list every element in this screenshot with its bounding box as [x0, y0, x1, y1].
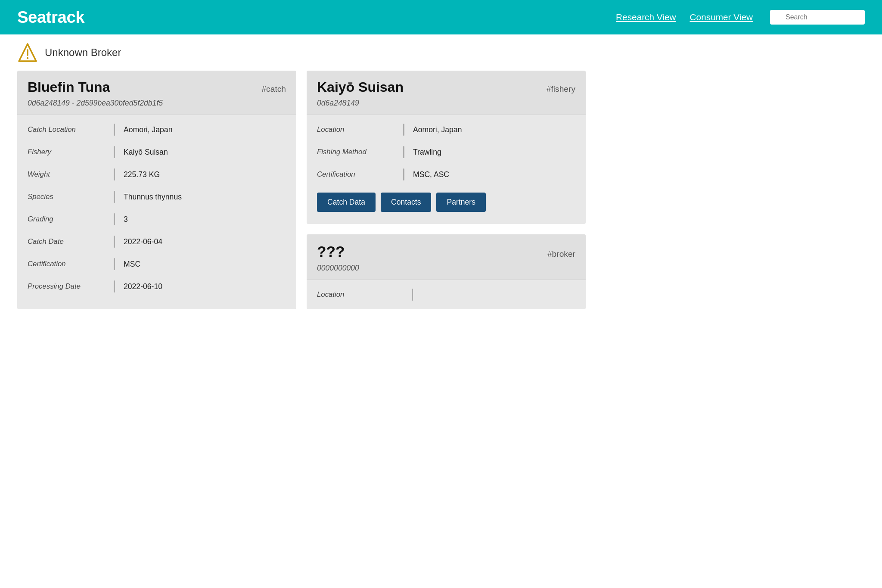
broker-card-header: ??? #broker 0000000000: [307, 234, 586, 280]
fishery-card-title: Kaiyō Suisan: [317, 79, 404, 95]
table-row: Location Aomori, Japan: [307, 118, 586, 141]
species-value: Thunnus thynnus: [124, 191, 286, 203]
row-divider: [114, 280, 115, 292]
catch-card: Bluefin Tuna #catch 0d6a248149 - 2d599be…: [17, 71, 296, 309]
row-divider: [403, 124, 404, 136]
table-row: Grading 3: [17, 208, 296, 230]
fishery-card-id: 0d6a248149: [317, 99, 575, 108]
fishing-method-value: Trawling: [413, 146, 575, 158]
processing-date-value: 2022-06-10: [124, 280, 286, 292]
table-row: Fishery Kaiyō Suisan: [17, 141, 296, 163]
header: Seatrack Research View Consumer View: [0, 0, 882, 34]
broker-location-label: Location: [317, 289, 403, 301]
row-divider: [114, 258, 115, 270]
location-label: Location: [317, 124, 394, 136]
fishery-value: Kaiyō Suisan: [124, 146, 286, 158]
fishery-card-header: Kaiyō Suisan #fishery 0d6a248149: [307, 71, 586, 115]
table-row: Catch Location Aomori, Japan: [17, 118, 296, 141]
fishery-card-buttons: Catch Data Contacts Partners: [307, 186, 586, 221]
contacts-button[interactable]: Contacts: [381, 193, 431, 212]
row-divider: [114, 236, 115, 248]
certification-value: MSC: [124, 258, 286, 270]
row-divider: [412, 289, 413, 301]
search-wrapper: [770, 10, 865, 25]
fishery-card-body: Location Aomori, Japan Fishing Method Tr…: [307, 115, 586, 224]
broker-card-id: 0000000000: [317, 264, 575, 273]
main-nav: Research View Consumer View: [616, 12, 753, 22]
broker-card-title: ???: [317, 243, 345, 260]
table-row: Certification MSC, ASC: [307, 163, 586, 186]
row-divider: [114, 168, 115, 180]
grading-value: 3: [124, 213, 286, 225]
weight-label: Weight: [28, 168, 105, 180]
search-input[interactable]: [770, 10, 865, 25]
location-value: Aomori, Japan: [413, 124, 575, 136]
catch-date-value: 2022-06-04: [124, 236, 286, 248]
broker-card-tag: #broker: [547, 249, 575, 259]
fishery-label: Fishery: [28, 146, 105, 158]
grading-label: Grading: [28, 213, 105, 225]
warning-icon: [17, 42, 38, 63]
fishery-card: Kaiyō Suisan #fishery 0d6a248149 Locatio…: [307, 71, 586, 224]
table-row: Location: [307, 283, 586, 306]
svg-point-4: [27, 57, 28, 59]
row-divider: [403, 146, 404, 158]
weight-value: 225.73 KG: [124, 168, 286, 180]
warning-text: Unknown Broker: [45, 47, 121, 59]
catch-card-header: Bluefin Tuna #catch 0d6a248149 - 2d599be…: [17, 71, 296, 115]
partners-button[interactable]: Partners: [436, 193, 486, 212]
right-column: Kaiyō Suisan #fishery 0d6a248149 Locatio…: [307, 71, 586, 309]
main-content: Bluefin Tuna #catch 0d6a248149 - 2d599be…: [0, 71, 603, 327]
broker-card: ??? #broker 0000000000 Location: [307, 234, 586, 309]
app-logo: Seatrack: [17, 8, 599, 27]
catch-data-button[interactable]: Catch Data: [317, 193, 376, 212]
consumer-view-link[interactable]: Consumer View: [690, 12, 753, 22]
fishing-method-label: Fishing Method: [317, 146, 394, 158]
broker-card-body: Location: [307, 280, 586, 309]
species-label: Species: [28, 191, 105, 203]
row-divider: [114, 124, 115, 136]
row-divider: [114, 146, 115, 158]
table-row: Certification MSC: [17, 253, 296, 275]
table-row: Weight 225.73 KG: [17, 163, 296, 186]
fishery-card-tag: #fishery: [547, 84, 575, 94]
row-divider: [114, 213, 115, 225]
research-view-link[interactable]: Research View: [616, 12, 676, 22]
warning-bar: Unknown Broker: [0, 34, 882, 71]
table-row: Species Thunnus thynnus: [17, 186, 296, 208]
fishery-certification-label: Certification: [317, 168, 394, 180]
row-divider: [114, 191, 115, 203]
catch-card-title: Bluefin Tuna: [28, 79, 110, 95]
processing-date-label: Processing Date: [28, 280, 105, 292]
table-row: Fishing Method Trawling: [307, 141, 586, 163]
row-divider: [403, 168, 404, 180]
fishery-certification-value: MSC, ASC: [413, 168, 575, 180]
catch-location-label: Catch Location: [28, 124, 105, 136]
catch-card-body: Catch Location Aomori, Japan Fishery Kai…: [17, 115, 296, 301]
catch-date-label: Catch Date: [28, 236, 105, 248]
catch-card-id: 0d6a248149 - 2d599bea30bfed5f2db1f5: [28, 99, 286, 108]
certification-label: Certification: [28, 258, 105, 270]
catch-card-tag: #catch: [261, 84, 286, 94]
table-row: Processing Date 2022-06-10: [17, 275, 296, 298]
table-row: Catch Date 2022-06-04: [17, 230, 296, 253]
catch-location-value: Aomori, Japan: [124, 124, 286, 136]
